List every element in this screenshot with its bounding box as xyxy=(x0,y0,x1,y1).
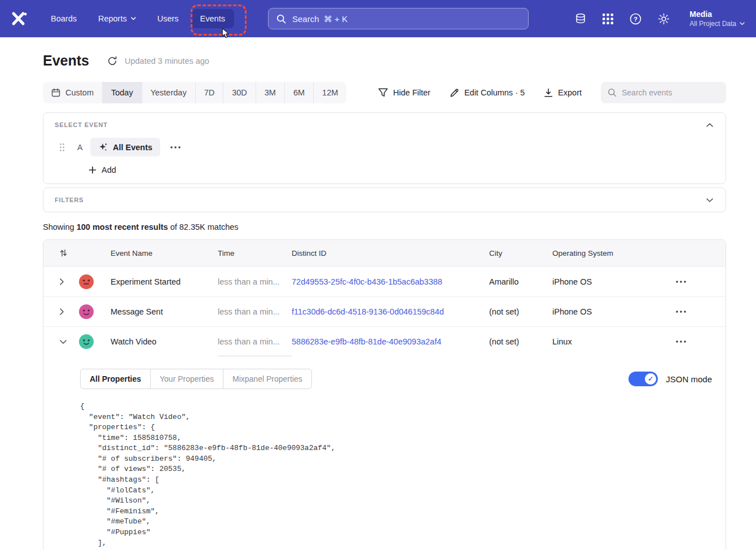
event-name-cell: Experiment Started xyxy=(111,277,218,286)
time-cell: less than a min... xyxy=(218,267,292,296)
project-scope-label: All Project Data xyxy=(689,20,736,28)
main-content: Events Updated 3 minutes ago Custom Toda… xyxy=(0,53,756,550)
column-header-city[interactable]: City xyxy=(489,249,552,257)
search-events-input[interactable] xyxy=(622,88,719,97)
expand-row-icon[interactable] xyxy=(59,277,65,286)
date-range-yesterday[interactable]: Yesterday xyxy=(142,82,195,103)
nav-item-boards[interactable]: Boards xyxy=(42,9,86,28)
mixpanel-logo[interactable] xyxy=(11,11,30,27)
svg-text:?: ? xyxy=(634,15,638,22)
os-cell: Linux xyxy=(552,337,673,346)
event-detail-panel: All Properties Your Properties Mixpanel … xyxy=(43,356,726,550)
date-range-group: Custom Today Yesterday 7D 30D 3M 6M 12M xyxy=(43,82,346,103)
expand-filters-icon[interactable] xyxy=(705,197,714,203)
distinct-id-link[interactable]: f11c30d6-dc6d-4518-9136-0d046159c84d xyxy=(292,307,489,316)
date-range-7d[interactable]: 7D xyxy=(195,82,223,103)
row-menu-icon[interactable] xyxy=(673,308,689,316)
city-cell: (not set) xyxy=(489,337,552,346)
results-summary: Showing 100 most recent results of 82.35… xyxy=(43,222,726,232)
data-management-icon[interactable] xyxy=(575,13,586,24)
date-range-30d[interactable]: 30D xyxy=(223,82,256,103)
toolbar-right: Hide Filter Edit Columns · 5 Export xyxy=(378,82,726,103)
event-row-menu-icon[interactable] xyxy=(168,143,183,151)
tab-your-properties[interactable]: Your Properties xyxy=(150,369,223,389)
nav-item-reports-label: Reports xyxy=(98,14,127,23)
hide-filter-button[interactable]: Hide Filter xyxy=(378,88,430,97)
collapse-section-icon[interactable] xyxy=(705,122,714,128)
select-event-section: SELECT EVENT A All Events Add xyxy=(43,112,726,184)
city-cell: Amarillo xyxy=(489,277,552,286)
date-range-today[interactable]: Today xyxy=(102,82,142,103)
row-menu-icon[interactable] xyxy=(673,338,689,346)
distinct-id-link[interactable]: 5886283e-e9fb-48fb-81de-40e9093a2af4 xyxy=(292,337,489,346)
event-row-letter: A xyxy=(77,143,85,152)
properties-tab-group: All Properties Your Properties Mixpanel … xyxy=(80,369,312,389)
table-header-row: Event Name Time Distinct ID City Operati… xyxy=(43,240,726,267)
json-mode-label: JSON mode xyxy=(666,374,712,384)
table-row: Experiment Started less than a min... 72… xyxy=(43,267,726,296)
page-header: Events Updated 3 minutes ago xyxy=(43,53,726,69)
nav-item-users[interactable]: Users xyxy=(148,9,188,28)
user-avatar xyxy=(79,334,94,349)
column-header-os[interactable]: Operating System xyxy=(552,249,673,257)
settings-gear-icon[interactable] xyxy=(658,13,670,25)
user-avatar xyxy=(79,304,94,319)
sort-icon[interactable] xyxy=(59,248,68,258)
date-range-custom[interactable]: Custom xyxy=(43,82,102,103)
refresh-icon[interactable] xyxy=(107,56,117,66)
add-event-button[interactable]: Add xyxy=(89,165,116,174)
distinct-id-link[interactable]: 72d49553-25fc-4f0c-b436-1b5ac6ab3388 xyxy=(292,277,489,286)
page-title: Events xyxy=(43,53,89,69)
global-search-input[interactable] xyxy=(292,14,520,24)
funnel-icon xyxy=(378,88,388,97)
chevron-down-icon xyxy=(131,17,136,20)
top-navbar: Boards Reports Users Events ? Media All … xyxy=(0,0,756,37)
event-name-cell: Watch Video xyxy=(111,337,218,346)
os-cell: iPhone OS xyxy=(552,307,673,316)
plus-icon xyxy=(89,166,96,174)
filters-label: FILTERS xyxy=(55,197,83,203)
nav-item-events[interactable]: Events xyxy=(191,9,234,28)
global-search[interactable] xyxy=(268,8,529,29)
help-icon[interactable]: ? xyxy=(630,13,641,25)
export-button[interactable]: Export xyxy=(544,88,582,98)
date-range-3m[interactable]: 3M xyxy=(256,82,284,103)
date-range-6m[interactable]: 6M xyxy=(284,82,313,103)
event-query-row: A All Events xyxy=(43,138,726,156)
tab-all-properties[interactable]: All Properties xyxy=(81,369,150,389)
event-selector-chip[interactable]: All Events xyxy=(90,138,160,156)
json-mode-toggle[interactable]: ✓ xyxy=(628,372,658,386)
column-header-event-name[interactable]: Event Name xyxy=(111,249,218,257)
results-count: 100 most recent results xyxy=(77,222,168,232)
time-cell: less than a min... xyxy=(218,327,292,356)
os-cell: iPhone OS xyxy=(552,277,673,286)
toolbar: Custom Today Yesterday 7D 30D 3M 6M 12M … xyxy=(43,82,726,103)
row-menu-icon[interactable] xyxy=(673,278,689,286)
drag-handle-icon[interactable] xyxy=(59,143,65,152)
table-row: Message Sent less than a min... f11c30d6… xyxy=(43,296,726,326)
expand-row-icon[interactable] xyxy=(59,307,65,316)
table-row-expanded: Watch Video less than a min... 5886283e-… xyxy=(43,326,726,356)
event-selector-label: All Events xyxy=(113,143,152,152)
nav-item-reports[interactable]: Reports xyxy=(89,9,145,28)
events-table: Event Name Time Distinct ID City Operati… xyxy=(43,239,726,550)
date-range-12m[interactable]: 12M xyxy=(313,82,346,103)
search-icon xyxy=(276,14,286,24)
column-header-time[interactable]: Time xyxy=(218,249,292,257)
search-events-box[interactable] xyxy=(601,82,726,103)
edit-columns-button[interactable]: Edit Columns · 5 xyxy=(450,88,525,98)
search-icon xyxy=(608,88,617,97)
toggle-check-icon: ✓ xyxy=(645,373,656,385)
last-updated-text: Updated 3 minutes ago xyxy=(125,56,209,66)
collapse-row-icon[interactable] xyxy=(59,339,68,345)
apps-grid-icon[interactable] xyxy=(603,14,613,24)
pencil-icon xyxy=(450,88,459,98)
user-avatar xyxy=(79,274,94,289)
column-header-distinct-id[interactable]: Distinct ID xyxy=(292,249,489,257)
project-switcher[interactable]: Media All Project Data xyxy=(689,10,745,28)
time-cell: less than a min... xyxy=(218,297,292,326)
tab-mixpanel-properties[interactable]: Mixpanel Properties xyxy=(223,369,311,389)
filters-section: FILTERS xyxy=(43,187,726,212)
event-json-viewer: { "event": "Watch Video", "properties": … xyxy=(80,401,712,548)
chevron-down-icon xyxy=(740,22,745,25)
